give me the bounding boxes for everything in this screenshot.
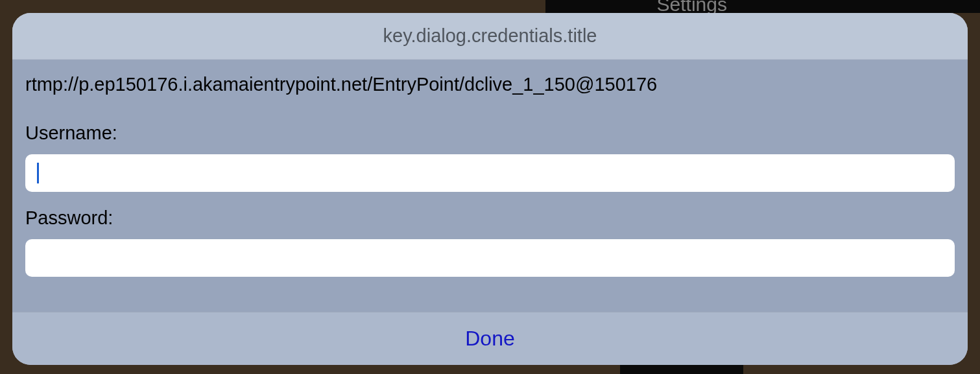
username-input[interactable] bbox=[25, 154, 955, 192]
password-input[interactable] bbox=[25, 239, 955, 277]
rtmp-url: rtmp://p.ep150176.i.akamaientrypoint.net… bbox=[25, 74, 955, 95]
password-label: Password: bbox=[25, 207, 955, 229]
dialog-title: key.dialog.credentials.title bbox=[383, 25, 597, 47]
credentials-dialog: key.dialog.credentials.title rtmp://p.ep… bbox=[12, 13, 968, 365]
background-panel bbox=[545, 0, 980, 13]
username-label: Username: bbox=[25, 123, 955, 144]
username-input-wrapper bbox=[25, 154, 955, 192]
dialog-footer: Done bbox=[12, 312, 968, 365]
dialog-header: key.dialog.credentials.title bbox=[12, 13, 968, 60]
dialog-body: rtmp://p.ep150176.i.akamaientrypoint.net… bbox=[12, 60, 968, 312]
background-bottom-strip bbox=[620, 365, 743, 374]
done-button[interactable]: Done bbox=[12, 312, 968, 365]
